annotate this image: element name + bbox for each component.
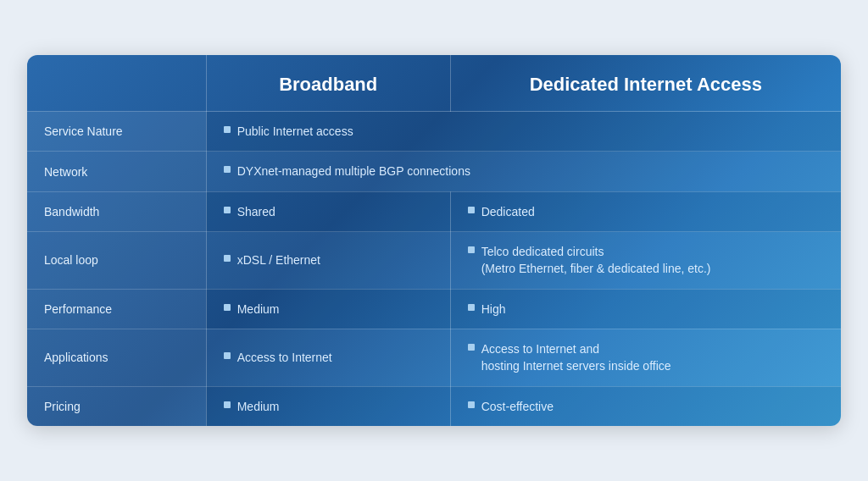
row-dedicated-value: Telco dedicated circuits(Metro Ethernet,… — [450, 232, 841, 290]
bullet-text: Dedicated — [481, 203, 535, 220]
bullet-icon — [224, 255, 231, 262]
bullet-icon — [224, 401, 231, 408]
table-row: BandwidthSharedDedicated — [27, 191, 841, 231]
table-row: NetworkDYXnet-managed multiple BGP conne… — [27, 152, 841, 191]
table-row: PricingMediumCost-effective — [27, 386, 841, 426]
row-broadband-value: Medium — [206, 289, 450, 329]
bullet-icon — [224, 207, 231, 213]
table-row: Local loopxDSL / EthernetTelco dedicated… — [27, 232, 841, 290]
row-label: Performance — [27, 289, 206, 329]
bullet-icon — [224, 126, 231, 133]
bullet-icon — [468, 207, 475, 213]
bullet-icon — [468, 344, 475, 351]
header-label-col — [27, 55, 206, 112]
bullet-text: DYXnet-managed multiple BGP connections — [237, 163, 470, 180]
row-dedicated-value: High — [450, 289, 841, 329]
row-merged-value: DYXnet-managed multiple BGP connections — [206, 152, 841, 191]
comparison-table: Broadband Dedicated Internet Access Serv… — [27, 55, 841, 426]
row-label: Bandwidth — [27, 191, 206, 231]
row-merged-value: Public Internet access — [206, 112, 841, 152]
bullet-icon — [224, 304, 231, 311]
bullet-text: Access to Internet andhosting Internet s… — [481, 340, 671, 375]
row-dedicated-value: Dedicated — [450, 191, 841, 231]
row-broadband-value: Medium — [206, 386, 450, 426]
bullet-text: Access to Internet — [237, 349, 332, 366]
bullet-icon — [224, 352, 231, 359]
bullet-text: Public Internet access — [237, 123, 353, 140]
bullet-text: Cost-effective — [481, 398, 554, 415]
row-broadband-value: xDSL / Ethernet — [206, 232, 450, 290]
row-broadband-value: Access to Internet — [206, 329, 450, 386]
row-dedicated-value: Cost-effective — [450, 386, 841, 426]
bullet-icon — [468, 401, 475, 408]
row-label: Pricing — [27, 386, 206, 426]
comparison-card: Broadband Dedicated Internet Access Serv… — [27, 55, 841, 426]
bullet-icon — [224, 166, 231, 173]
bullet-text: xDSL / Ethernet — [237, 252, 320, 268]
bullet-text: Shared — [237, 203, 275, 220]
bullet-text: Medium — [237, 398, 280, 415]
bullet-text: Telco dedicated circuits(Metro Ethernet,… — [481, 243, 711, 278]
table-header-row: Broadband Dedicated Internet Access — [27, 55, 841, 112]
row-label: Applications — [27, 329, 206, 386]
row-label: Local loop — [27, 232, 206, 290]
header-dedicated: Dedicated Internet Access — [450, 55, 841, 112]
row-dedicated-value: Access to Internet andhosting Internet s… — [450, 329, 841, 386]
bullet-text: Medium — [237, 301, 280, 318]
header-broadband: Broadband — [206, 55, 450, 112]
table-row: ApplicationsAccess to InternetAccess to … — [27, 329, 841, 386]
bullet-text: High — [481, 301, 506, 318]
row-label: Service Nature — [27, 112, 206, 152]
row-broadband-value: Shared — [206, 191, 450, 231]
table-row: PerformanceMediumHigh — [27, 289, 841, 329]
bullet-icon — [468, 246, 475, 253]
row-label: Network — [27, 152, 206, 191]
table-row: Service NaturePublic Internet access — [27, 112, 841, 152]
bullet-icon — [468, 304, 475, 311]
